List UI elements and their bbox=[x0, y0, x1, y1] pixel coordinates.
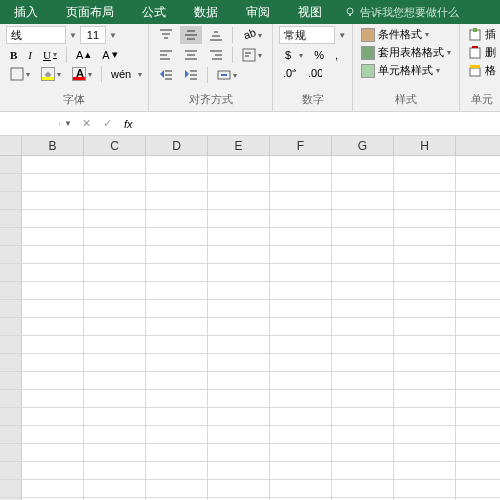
row-header[interactable] bbox=[0, 228, 22, 245]
cell[interactable] bbox=[22, 390, 84, 407]
cell[interactable] bbox=[146, 264, 208, 281]
cell[interactable] bbox=[146, 246, 208, 263]
cell[interactable] bbox=[394, 246, 456, 263]
cell[interactable] bbox=[146, 174, 208, 191]
cell[interactable] bbox=[146, 480, 208, 497]
cell[interactable] bbox=[394, 210, 456, 227]
cell[interactable] bbox=[332, 246, 394, 263]
row-header[interactable] bbox=[0, 426, 22, 443]
cell[interactable] bbox=[394, 390, 456, 407]
row-header[interactable] bbox=[0, 174, 22, 191]
cell[interactable] bbox=[84, 228, 146, 245]
cell[interactable] bbox=[208, 444, 270, 461]
cell[interactable] bbox=[270, 156, 332, 173]
cell[interactable] bbox=[394, 372, 456, 389]
cell[interactable] bbox=[208, 264, 270, 281]
cell[interactable] bbox=[208, 192, 270, 209]
align-left-button[interactable] bbox=[155, 46, 177, 64]
cell[interactable] bbox=[84, 264, 146, 281]
cell[interactable] bbox=[394, 264, 456, 281]
cell[interactable] bbox=[84, 444, 146, 461]
increase-indent-button[interactable] bbox=[180, 66, 202, 84]
cell[interactable] bbox=[22, 336, 84, 353]
cell[interactable] bbox=[208, 174, 270, 191]
cell[interactable] bbox=[22, 444, 84, 461]
cell[interactable] bbox=[332, 354, 394, 371]
cell[interactable] bbox=[146, 462, 208, 479]
cell[interactable] bbox=[146, 210, 208, 227]
col-header[interactable]: G bbox=[332, 136, 394, 155]
insert-cells-button[interactable]: 插 bbox=[466, 26, 498, 43]
cancel-button[interactable]: ✕ bbox=[76, 115, 97, 132]
cell[interactable] bbox=[394, 480, 456, 497]
row-header[interactable] bbox=[0, 210, 22, 227]
cell[interactable] bbox=[332, 336, 394, 353]
cell[interactable] bbox=[208, 210, 270, 227]
cell[interactable] bbox=[270, 444, 332, 461]
select-all-corner[interactable] bbox=[0, 136, 22, 155]
cell[interactable] bbox=[22, 318, 84, 335]
cell[interactable] bbox=[394, 156, 456, 173]
underline-button[interactable]: U▾ bbox=[39, 47, 61, 63]
bold-button[interactable]: B bbox=[6, 47, 21, 63]
cell[interactable] bbox=[332, 264, 394, 281]
row-header[interactable] bbox=[0, 300, 22, 317]
cell[interactable] bbox=[208, 372, 270, 389]
font-name-input[interactable] bbox=[6, 26, 66, 44]
cell[interactable] bbox=[22, 210, 84, 227]
cell[interactable] bbox=[332, 210, 394, 227]
increase-decimal-button[interactable]: .0 bbox=[279, 66, 301, 84]
cell[interactable] bbox=[208, 228, 270, 245]
align-top-button[interactable] bbox=[155, 26, 177, 44]
cell[interactable] bbox=[146, 156, 208, 173]
cell[interactable] bbox=[332, 372, 394, 389]
row-header[interactable] bbox=[0, 462, 22, 479]
tell-me-search[interactable]: 告诉我您想要做什么 bbox=[336, 0, 467, 24]
cell[interactable] bbox=[394, 300, 456, 317]
row-header[interactable] bbox=[0, 264, 22, 281]
cell[interactable] bbox=[84, 282, 146, 299]
align-bottom-button[interactable] bbox=[205, 26, 227, 44]
table-format-button[interactable]: 套用表格格式▾ bbox=[359, 44, 453, 61]
name-box-dropdown[interactable]: ▼ bbox=[60, 119, 76, 128]
col-header[interactable]: F bbox=[270, 136, 332, 155]
increase-font-button[interactable]: A▴ bbox=[72, 46, 95, 63]
cell[interactable] bbox=[332, 390, 394, 407]
row-header[interactable] bbox=[0, 192, 22, 209]
align-middle-button[interactable] bbox=[180, 26, 202, 44]
cell-style-button[interactable]: 单元格样式▾ bbox=[359, 62, 453, 79]
cell[interactable] bbox=[22, 372, 84, 389]
cell[interactable] bbox=[208, 390, 270, 407]
cell[interactable] bbox=[394, 444, 456, 461]
font-color-button[interactable]: A▾ bbox=[68, 65, 96, 83]
name-box[interactable] bbox=[0, 122, 60, 126]
row-header[interactable] bbox=[0, 246, 22, 263]
cell[interactable] bbox=[332, 300, 394, 317]
cell[interactable] bbox=[394, 462, 456, 479]
cell[interactable] bbox=[332, 228, 394, 245]
cell[interactable] bbox=[394, 318, 456, 335]
cell[interactable] bbox=[208, 156, 270, 173]
delete-cells-button[interactable]: 删 bbox=[466, 44, 498, 61]
cell[interactable] bbox=[332, 156, 394, 173]
merge-button[interactable]: ▾ bbox=[213, 66, 241, 84]
phonetic-button[interactable]: wén bbox=[107, 66, 135, 82]
cell[interactable] bbox=[270, 264, 332, 281]
cell[interactable] bbox=[22, 354, 84, 371]
cell[interactable] bbox=[84, 174, 146, 191]
cell[interactable] bbox=[270, 192, 332, 209]
col-header[interactable]: C bbox=[84, 136, 146, 155]
cell[interactable] bbox=[332, 174, 394, 191]
row-header[interactable] bbox=[0, 408, 22, 425]
cell[interactable] bbox=[332, 462, 394, 479]
cell[interactable] bbox=[22, 228, 84, 245]
cell[interactable] bbox=[394, 192, 456, 209]
cell[interactable] bbox=[146, 444, 208, 461]
row-header[interactable] bbox=[0, 354, 22, 371]
cell[interactable] bbox=[146, 192, 208, 209]
row-header[interactable] bbox=[0, 390, 22, 407]
currency-button[interactable]: $▾ bbox=[279, 46, 307, 64]
align-right-button[interactable] bbox=[205, 46, 227, 64]
row-header[interactable] bbox=[0, 282, 22, 299]
cell[interactable] bbox=[146, 318, 208, 335]
